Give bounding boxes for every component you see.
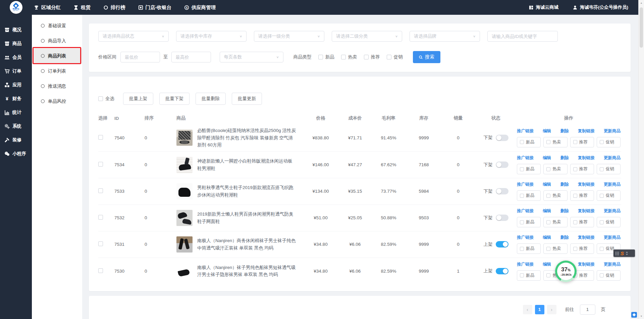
topnav-item-supplier[interactable]: 供应商管理 [184, 4, 216, 11]
action-link[interactable]: 复制链接 [578, 128, 595, 134]
select-all[interactable]: 全选 [98, 96, 114, 102]
submenu-item-goods-list[interactable]: 商品列表 [32, 48, 82, 63]
tag-button[interactable]: 新品 [517, 270, 541, 281]
action-link[interactable]: 删除 [560, 128, 569, 134]
sidebar-item-decorate[interactable]: 装修 [0, 133, 32, 147]
topnav-item-rental[interactable]: 租赁 [73, 4, 91, 11]
action-link[interactable]: 复制链接 [578, 262, 595, 267]
filter-select-stock[interactable]: 请选择售中库存 ∨ [176, 31, 247, 42]
filter-select-category-1[interactable]: 请选择一级分类 ∨ [254, 31, 324, 42]
browser-scrollbar[interactable]: ▲ ▼ [638, 0, 644, 319]
tag-button[interactable]: 新品 [517, 243, 541, 254]
tag-button[interactable]: 推荐 [570, 217, 594, 227]
tag-checkbox[interactable] [546, 273, 550, 277]
row-checkbox[interactable] [98, 215, 103, 220]
sidebar-item-orders[interactable]: 订单 [0, 64, 32, 78]
action-link[interactable]: 删除 [560, 182, 569, 187]
keyword-input[interactable] [487, 31, 558, 42]
checkbox[interactable] [341, 55, 346, 59]
tag-checkbox[interactable] [573, 140, 577, 144]
goods-type-checkbox[interactable]: 热卖 [341, 54, 357, 60]
action-link[interactable]: 推广链接 [517, 208, 534, 214]
tag-button[interactable]: 热卖 [543, 217, 567, 227]
min-price-input[interactable] [120, 52, 160, 62]
tag-checkbox[interactable] [600, 247, 604, 251]
action-link[interactable]: 推广链接 [517, 128, 534, 134]
checkbox[interactable] [387, 55, 391, 59]
topnav-item-region-bonus[interactable]: 区域分红 [34, 4, 61, 11]
sogou-ime-toolbar[interactable]: S [613, 249, 635, 257]
status-toggle[interactable] [496, 162, 508, 168]
tag-button[interactable]: 推荐 [570, 164, 594, 174]
tag-checkbox[interactable] [546, 140, 550, 144]
sidebar-item-overview[interactable]: 概况 [0, 23, 32, 37]
tag-checkbox[interactable] [600, 194, 604, 198]
action-link[interactable]: 更新商品 [604, 155, 621, 161]
submenu-item-order-list[interactable]: 订单列表 [32, 63, 82, 79]
tag-button[interactable]: 热卖 [543, 190, 567, 201]
topnav-item-ranking[interactable]: 排行榜 [103, 4, 125, 11]
row-checkbox[interactable] [98, 268, 103, 273]
topbar-right-item-mall[interactable]: 海诚云商城 [529, 4, 559, 10]
ime-expand-icon[interactable] [626, 252, 628, 255]
topnav-item-store-cashier[interactable]: 门店-收银台 [138, 4, 171, 11]
action-link[interactable]: 复制链接 [578, 208, 595, 214]
sogou-s-icon[interactable]: S [621, 251, 624, 256]
tag-checkbox[interactable] [520, 167, 524, 171]
tag-button[interactable]: 热卖 [543, 137, 567, 147]
batch-button-batch-delete[interactable]: 批量删除 [196, 93, 226, 105]
tag-button[interactable]: 新品 [517, 190, 541, 201]
action-link[interactable]: 编辑 [543, 182, 551, 187]
action-link[interactable]: 复制链接 [578, 235, 595, 240]
action-link[interactable]: 编辑 [543, 208, 551, 214]
action-link[interactable]: 更新商品 [604, 128, 621, 134]
sidebar-item-apps[interactable]: 应用 [0, 78, 32, 92]
action-link[interactable]: 删除 [560, 208, 569, 214]
tag-checkbox[interactable] [520, 247, 524, 251]
tag-button[interactable]: 新品 [517, 137, 541, 147]
action-link[interactable]: 推广链接 [517, 182, 534, 187]
batch-button-batch-off-shelf[interactable]: 批量下架 [159, 93, 190, 105]
tag-checkbox[interactable] [546, 220, 550, 224]
tag-button[interactable]: 新品 [517, 217, 541, 227]
tag-checkbox[interactable] [600, 220, 604, 224]
filter-select-goods-status[interactable]: 请选择商品状态 ∨ [98, 31, 169, 42]
tag-checkbox[interactable] [546, 167, 550, 171]
action-link[interactable]: 更新商品 [604, 182, 621, 187]
action-link[interactable]: 删除 [560, 235, 569, 240]
action-link[interactable]: 删除 [560, 155, 569, 161]
sidebar-item-system[interactable]: 系统 [0, 119, 32, 133]
tag-checkbox[interactable] [520, 194, 524, 198]
submenu-item-goods-import[interactable]: 商品导入 [32, 33, 82, 48]
status-toggle[interactable] [496, 188, 508, 194]
goods-type-checkbox[interactable]: 推荐 [364, 54, 380, 60]
checkbox[interactable] [364, 55, 369, 59]
select-all-checkbox[interactable] [98, 96, 103, 101]
tag-button[interactable]: 推荐 [570, 243, 594, 254]
batch-button-batch-update[interactable]: 批量更新 [232, 93, 262, 105]
sidebar-item-stats[interactable]: 统计 [0, 105, 32, 119]
goto-page-input[interactable] [580, 305, 595, 315]
action-link[interactable]: 复制链接 [578, 182, 595, 187]
tag-checkbox[interactable] [600, 140, 604, 144]
row-checkbox[interactable] [98, 241, 103, 246]
submenu-item-basic-settings[interactable]: 基础设置 [32, 18, 82, 33]
filter-select-category-2[interactable]: 请选择二级分类 ∨ [332, 31, 402, 42]
sidebar-item-goods[interactable]: 商品 [0, 37, 32, 50]
scrollbar-up-arrow[interactable]: ▲ [639, 2, 644, 4]
tag-button[interactable]: 推荐 [570, 190, 594, 201]
status-toggle[interactable] [496, 268, 508, 274]
tag-checkbox[interactable] [573, 247, 577, 251]
action-link[interactable]: 推广链接 [517, 155, 534, 161]
tag-checkbox[interactable] [520, 140, 524, 144]
action-link[interactable]: 更新商品 [604, 208, 621, 214]
checkbox[interactable] [318, 55, 323, 59]
sidebar-item-members[interactable]: 会员 [0, 50, 32, 64]
tag-checkbox[interactable] [546, 194, 550, 198]
tag-checkbox[interactable] [573, 220, 577, 224]
filter-select-brand[interactable]: 请选择品牌 ∨ [410, 31, 480, 42]
tag-checkbox[interactable] [600, 167, 604, 171]
action-link[interactable]: 编辑 [543, 155, 551, 161]
tag-checkbox[interactable] [573, 194, 577, 198]
max-price-input[interactable] [171, 52, 211, 62]
